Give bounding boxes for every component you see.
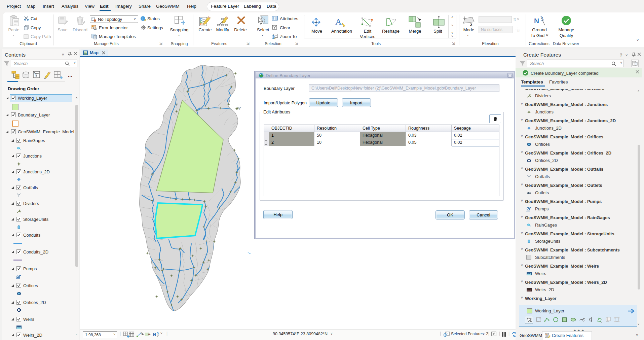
svg-text:A: A xyxy=(335,17,342,27)
svg-text:N: N xyxy=(153,332,156,337)
svg-text:z: z xyxy=(470,22,472,27)
svg-text:z: z xyxy=(518,30,520,33)
svg-text:N: N xyxy=(534,17,539,25)
